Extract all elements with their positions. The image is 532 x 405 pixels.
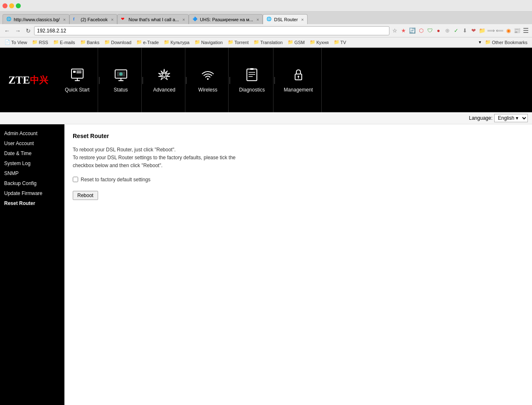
router-content: Admin Account User Account Date & Time S… <box>0 124 532 405</box>
sidebar-item-system-log[interactable]: System Log <box>0 158 64 168</box>
extension2-icon[interactable]: 🛡 <box>426 27 433 35</box>
browser-tab-1[interactable]: 🌐 http://www.classics.bg/ × <box>2 14 69 24</box>
browser-tab-3[interactable]: ❤ Now that's what I call a... × <box>117 14 189 24</box>
tab-close-1[interactable]: × <box>63 17 66 22</box>
nav-wireless[interactable]: Wireless <box>187 48 229 112</box>
page-title: Reset Router <box>73 133 524 139</box>
zte-chinese-text: 中兴 <box>30 74 48 86</box>
bookmark-folder-icon-download: 📁 <box>104 40 110 45</box>
back-button[interactable]: ← <box>2 27 12 35</box>
svg-point-12 <box>207 78 209 80</box>
reboot-button-container: Reboot <box>73 191 524 200</box>
tab-close-5[interactable]: × <box>301 17 304 22</box>
tab-title-2: (2) Facebook <box>81 17 108 22</box>
bookmarks-bar: 📄 To View 📁 RSS 📁 E-mails 📁 Banks 📁 Down… <box>0 37 532 47</box>
sidebar-item-snmp[interactable]: SNMP <box>0 168 64 178</box>
nav-diagnostics[interactable]: Diagnostics <box>231 48 273 112</box>
reset-factory-checkbox[interactable] <box>73 177 78 182</box>
extension5-icon[interactable]: ✓ <box>452 27 460 35</box>
advanced-icon <box>157 67 172 85</box>
router-nav: Quick Start | Status | <box>57 48 532 112</box>
reload-button[interactable]: ↻ <box>24 27 32 35</box>
forward2-icon[interactable]: ⟹ <box>487 27 495 35</box>
tab-close-3[interactable]: × <box>182 17 185 22</box>
bookmark-folder-icon-tv: 📁 <box>334 40 340 45</box>
forward-button[interactable]: → <box>13 27 22 35</box>
router-header: ZTE 中兴 Quick Start | <box>0 48 532 112</box>
tabs-bar: 🌐 http://www.classics.bg/ × f (2) Facebo… <box>0 12 532 24</box>
nav-management-label: Management <box>284 87 313 93</box>
bookmark-folder-icon-rss: 📁 <box>32 40 38 45</box>
wireless-icon <box>200 67 215 85</box>
bookmark-download[interactable]: 📁 Download <box>102 39 133 45</box>
bookmark-kultura[interactable]: 📁 Культура <box>162 39 192 45</box>
sidebar-item-backup-config[interactable]: Backup Config <box>0 178 64 188</box>
bookmark-emails[interactable]: 📁 E-mails <box>51 39 77 45</box>
extension4-icon[interactable]: ⊕ <box>443 27 451 35</box>
bookmark-etrade[interactable]: 📁 e-Trade <box>134 39 161 45</box>
nav-quick-start[interactable]: Quick Start <box>57 48 98 112</box>
page-description: To reboot your DSL Router, just click "R… <box>73 146 524 170</box>
extension6-icon[interactable]: ❤ <box>470 27 477 35</box>
bookmark-folder-icon-etrade: 📁 <box>136 40 142 45</box>
maximize-window-button[interactable] <box>16 3 21 8</box>
tab-close-2[interactable]: × <box>111 17 113 22</box>
minimize-window-button[interactable] <box>9 3 14 8</box>
browser-tab-5[interactable]: 🌐 DSL Router × <box>263 14 308 24</box>
svg-point-19 <box>298 76 299 77</box>
bookmark-to-view[interactable]: 📄 To View <box>2 39 29 45</box>
news-icon[interactable]: 📰 <box>513 27 521 35</box>
reset-factory-label: Reset to factory default settings <box>81 177 150 183</box>
bookmark-icon[interactable]: ★ <box>400 27 407 35</box>
address-input[interactable] <box>34 26 389 35</box>
browser-tab-2[interactable]: f (2) Facebook × <box>69 14 117 24</box>
bookmark-translation[interactable]: 📁 Translation <box>251 39 285 45</box>
bookmark-other[interactable]: 📁 Other Bookmarks <box>483 39 530 45</box>
menu-button[interactable]: ☰ <box>522 26 530 35</box>
nav-diagnostics-label: Diagnostics <box>239 87 265 93</box>
nav-status[interactable]: Status <box>100 48 142 112</box>
star-icon[interactable]: ☆ <box>391 27 399 35</box>
svg-rect-17 <box>250 68 254 70</box>
bookmark-banks[interactable]: 📁 Banks <box>78 39 102 45</box>
sync-icon[interactable]: 🔄 <box>409 27 416 35</box>
nav-wireless-label: Wireless <box>198 87 217 93</box>
bookmarks-more-button[interactable]: ▾ <box>479 40 481 45</box>
sidebar-item-admin-account[interactable]: Admin Account <box>0 128 64 138</box>
svg-rect-3 <box>73 71 76 73</box>
rss-icon[interactable]: ◉ <box>505 27 512 35</box>
extension1-icon[interactable]: ⬡ <box>417 27 425 35</box>
nav-advanced[interactable]: Advanced <box>144 48 185 112</box>
bookmark-folder-icon-kultura: 📁 <box>164 40 170 45</box>
description-line3: checkbox below and then click "Reboot". <box>73 162 524 170</box>
tab-favicon-5: 🌐 <box>266 17 272 22</box>
tab-close-4[interactable]: × <box>256 17 259 22</box>
nav-management[interactable]: Management <box>276 48 322 112</box>
bookmark-kukhnya[interactable]: 📁 Кухня <box>308 39 330 45</box>
sidebar-item-date-time[interactable]: Date & Time <box>0 148 64 158</box>
reset-checkbox-row: Reset to factory default settings <box>73 177 524 183</box>
bookmark-rss[interactable]: 📁 RSS <box>30 39 50 45</box>
sidebar-item-reset-router[interactable]: Reset Router <box>0 198 64 208</box>
language-select[interactable]: English ▾ Bulgarian <box>494 114 528 122</box>
back2-icon[interactable]: ⟸ <box>496 27 503 35</box>
extension7-icon[interactable]: 📁 <box>478 27 486 35</box>
sidebar-item-user-account[interactable]: User Account <box>0 138 64 148</box>
browser-tab-4[interactable]: 🔷 UHS: Разширение на м... × <box>189 14 263 24</box>
tab-title-1: http://www.classics.bg/ <box>14 17 60 22</box>
close-window-button[interactable] <box>2 3 7 8</box>
bookmark-navigation[interactable]: 📁 Navigation <box>192 39 225 45</box>
bookmark-folder-icon-translation: 📁 <box>254 40 259 45</box>
bookmark-gsm[interactable]: 📁 GSM <box>286 39 307 45</box>
bookmark-torrent[interactable]: 📁 Torrent <box>226 39 251 45</box>
sidebar-item-update-firmware[interactable]: Update Firmware <box>0 188 64 198</box>
download-icon[interactable]: ⬇ <box>461 27 468 35</box>
bookmark-tv[interactable]: 📁 TV <box>332 39 348 45</box>
extension3-icon[interactable]: ● <box>435 27 442 35</box>
language-label: Language: <box>469 115 493 121</box>
nav-status-label: Status <box>114 87 128 93</box>
reboot-button[interactable]: Reboot <box>73 191 98 200</box>
language-bar: Language: English ▾ Bulgarian <box>0 112 532 124</box>
router-logo: ZTE 中兴 <box>0 70 57 91</box>
svg-rect-13 <box>247 69 257 81</box>
